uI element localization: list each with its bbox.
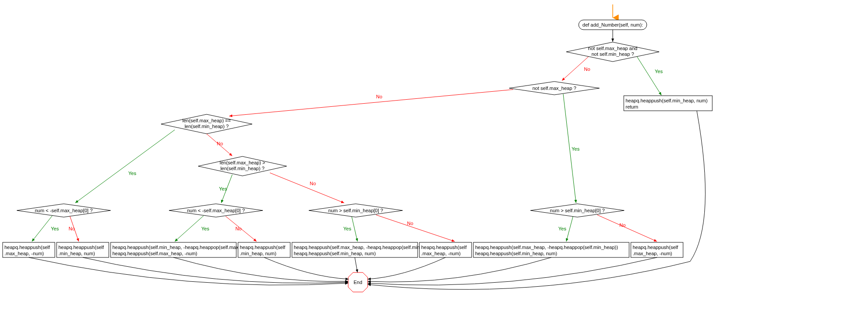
label-c3-yes: Yes xyxy=(128,171,136,176)
svg-text:heapq.heappush(self.max_heap, : heapq.heappush(self.max_heap, -heapq.hea… xyxy=(294,245,437,250)
node-c3: len(self.max_heap) == len(self.min_heap)… xyxy=(161,114,252,134)
edge-c8-yes xyxy=(566,217,573,241)
edge-c5-yes xyxy=(32,216,52,241)
svg-text:heapq.heappush(self.min_heap, : heapq.heappush(self.min_heap, num) xyxy=(294,251,376,256)
label-c2-yes: Yes xyxy=(572,146,580,152)
svg-text:not self.max_heap ?: not self.max_heap ? xyxy=(532,86,576,91)
node-b1-l2: .max_heap, -num) xyxy=(4,251,44,256)
svg-text:return: return xyxy=(626,104,638,109)
svg-text:num > self.min_heap[0] ?: num > self.min_heap[0] ? xyxy=(328,208,383,213)
edge-a1-end xyxy=(368,111,705,289)
label-c1-yes: Yes xyxy=(655,69,663,74)
node-b5: heapq.heappush(self.max_heap, -heapq.hea… xyxy=(292,242,437,257)
node-c8: num > self.min_heap[0] ? xyxy=(530,204,624,217)
edge-c1-yes xyxy=(637,57,661,95)
label-c8-no: No xyxy=(619,222,626,228)
svg-text:heapq.heappush(self.max_heap, : heapq.heappush(self.max_heap, -heapq.hea… xyxy=(475,245,618,250)
svg-text:End: End xyxy=(353,280,362,285)
svg-text:heapq.heappush(self: heapq.heappush(self xyxy=(58,245,104,250)
node-c4: len(self.max_heap) > len(self.min_heap) … xyxy=(198,156,287,176)
edge-b8-end xyxy=(368,257,657,285)
node-b3-l2: heapq.heappush(self.max_heap, -num) xyxy=(112,251,197,256)
node-c3-line2: len(self.min_heap) ? xyxy=(184,124,229,129)
node-c2-text: not self.max_heap ? xyxy=(532,86,576,91)
node-c7-text: num > self.min_heap[0] ? xyxy=(328,208,383,213)
node-c7: num > self.min_heap[0] ? xyxy=(309,204,403,217)
node-c5-text: num < -self.max_heap[0] ? xyxy=(35,208,93,213)
label-c5-no: No xyxy=(69,226,75,231)
node-c2: not self.max_heap ? xyxy=(509,82,599,95)
edge-c6-yes xyxy=(175,216,204,241)
svg-text:len(self.max_heap) >: len(self.max_heap) > xyxy=(219,160,265,165)
node-b3-l1: heapq.heappush(self.min_heap, -heapq.hea… xyxy=(112,245,255,250)
label-c1-no: No xyxy=(584,66,590,72)
label-c6-no: No xyxy=(235,226,242,231)
node-b7-l1: heapq.heappush(self.max_heap, -heapq.hea… xyxy=(475,245,618,250)
svg-text:heapq.heappush(self: heapq.heappush(self xyxy=(4,245,50,250)
node-b8-l2: .max_heap, -num) xyxy=(633,251,672,256)
edge-c8-no xyxy=(597,215,657,241)
svg-text:heapq.heappush(self.min_heap, : heapq.heappush(self.min_heap, -heapq.hea… xyxy=(112,245,255,250)
node-b4-l1: heapq.heappush(self xyxy=(240,245,286,250)
svg-text:num < -self.max_heap[0] ?: num < -self.max_heap[0] ? xyxy=(35,208,93,213)
svg-text:heapq.heappush(self.max_heap, : heapq.heappush(self.max_heap, -num) xyxy=(112,251,197,256)
svg-text:num < -self.max_heap[0] ?: num < -self.max_heap[0] ? xyxy=(187,208,245,213)
label-c5-yes: Yes xyxy=(51,226,59,231)
node-start: def add_Number(self, num): xyxy=(579,20,647,30)
node-c6: num < -self.max_heap[0] ? xyxy=(169,204,263,217)
edge-c4-no xyxy=(270,173,344,203)
node-b6-l2: .max_heap, -num) xyxy=(421,251,461,256)
node-b8: heapq.heappush(self .max_heap, -num) xyxy=(631,242,683,257)
node-b6-l1: heapq.heappush(self xyxy=(421,245,467,250)
node-end-text: End xyxy=(353,280,362,285)
edge-c7-yes xyxy=(352,217,357,241)
node-c5: num < -self.max_heap[0] ? xyxy=(17,204,111,217)
label-c6-yes: Yes xyxy=(201,226,209,231)
node-b4: heapq.heappush(self .min_heap, num) xyxy=(238,242,290,257)
node-b6: heapq.heappush(self .max_heap, -num) xyxy=(419,242,472,257)
svg-text:len(self.min_heap) ?: len(self.min_heap) ? xyxy=(220,166,265,171)
svg-text:len(self.max_heap) ==: len(self.max_heap) == xyxy=(182,118,230,123)
svg-text:heapq.heappush(self.min_heap, : heapq.heappush(self.min_heap, num) xyxy=(475,251,557,256)
node-b7-l2: heapq.heappush(self.min_heap, num) xyxy=(475,251,557,256)
svg-text:heapq.heappush(self: heapq.heappush(self xyxy=(421,245,467,250)
node-b2-l1: heapq.heappush(self xyxy=(58,245,104,250)
node-b1-l1: heapq.heappush(self xyxy=(4,245,50,250)
node-end: End xyxy=(348,272,368,292)
node-c8-text: num > self.min_heap[0] ? xyxy=(550,208,605,213)
node-a1-line1: heapq.heappush(self.min_heap, num) xyxy=(626,98,707,103)
label-c2-no: No xyxy=(376,94,382,99)
node-a1-line2: return xyxy=(626,104,638,109)
node-b2-l2: .min_heap, num) xyxy=(58,251,95,256)
label-c8-yes: Yes xyxy=(558,226,566,231)
svg-text:heapq.heappush(self: heapq.heappush(self xyxy=(633,245,679,250)
svg-text:.min_heap, num): .min_heap, num) xyxy=(240,251,277,256)
svg-text:num > self.min_heap[0] ?: num > self.min_heap[0] ? xyxy=(550,208,605,213)
node-c1-line2: not self.min_heap ? xyxy=(591,51,634,57)
node-b5-l1: heapq.heappush(self.max_heap, -heapq.hea… xyxy=(294,245,437,250)
svg-text:heapq.heappush(self.min_heap, : heapq.heappush(self.min_heap, num) xyxy=(626,98,707,103)
edge-b2-end xyxy=(83,257,348,283)
node-c1-line1: not self.max_heap and xyxy=(588,46,637,51)
node-b1: heapq.heappush(self .max_heap, -num) xyxy=(3,242,55,257)
node-b5-l2: heapq.heappush(self.min_heap, num) xyxy=(294,251,376,256)
label-c7-yes: Yes xyxy=(343,226,351,231)
edge-c2-no xyxy=(229,90,513,116)
node-c1: not self.max_heap and not self.min_heap … xyxy=(566,42,659,62)
edge-c7-no xyxy=(376,215,455,241)
edge-b7-end xyxy=(368,257,551,282)
edge-c3-yes xyxy=(75,130,175,203)
node-b7: heapq.heappush(self.max_heap, -heapq.hea… xyxy=(473,242,629,257)
node-b8-l1: heapq.heappush(self xyxy=(633,245,679,250)
label-c4-yes: Yes xyxy=(219,186,227,191)
node-a1: heapq.heappush(self.min_heap, num) retur… xyxy=(624,96,712,111)
label-c7-no: No xyxy=(407,221,413,226)
node-b4-l2: .min_heap, num) xyxy=(240,251,277,256)
node-c6-text: num < -self.max_heap[0] ? xyxy=(187,208,245,213)
svg-text:.max_heap, -num): .max_heap, -num) xyxy=(421,251,461,256)
node-c4-line1: len(self.max_heap) > xyxy=(219,160,265,165)
label-c4-no: No xyxy=(310,181,316,186)
node-c4-line2: len(self.min_heap) ? xyxy=(220,166,265,171)
svg-text:.min_heap, num): .min_heap, num) xyxy=(58,251,95,256)
svg-text:len(self.min_heap) ?: len(self.min_heap) ? xyxy=(184,124,229,129)
